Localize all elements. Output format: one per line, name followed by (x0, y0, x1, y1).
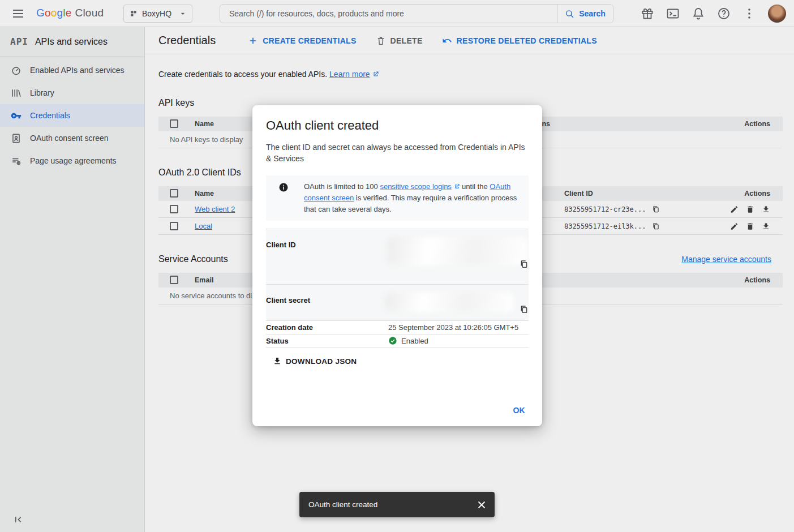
sensitive-scope-logins-link[interactable]: sensitive scope logins (380, 182, 451, 191)
copy-client-id-icon[interactable] (520, 260, 529, 269)
client-secret-label: Client secret (266, 296, 388, 320)
status-value: Enabled (401, 337, 428, 345)
client-secret-row: Client secret (266, 284, 529, 320)
ok-button[interactable]: OK (507, 401, 531, 419)
info-icon (278, 182, 289, 192)
dialog-detail-rows: Client ID Client secret Creation date 25… (266, 229, 529, 347)
redacted-client-id-value (387, 237, 527, 265)
redacted-client-secret-value (385, 293, 514, 312)
download-icon (273, 357, 282, 366)
creation-date-label: Creation date (266, 323, 388, 332)
status-enabled-check-icon (388, 336, 397, 345)
oauth-client-created-dialog: OAuth client created The client ID and s… (252, 105, 542, 426)
info-pre: OAuth is limited to 100 (304, 182, 380, 191)
info-text: OAuth is limited to 100 sensitive scope … (304, 181, 520, 215)
dialog-title: OAuth client created (266, 118, 529, 134)
status-label: Status (266, 337, 388, 345)
status-row: Status Enabled (266, 334, 529, 347)
snackbar-message: OAuth client created (308, 500, 377, 509)
dialog-description: The client ID and secret can always be a… (266, 141, 529, 164)
snackbar: OAuth client created (299, 492, 495, 517)
copy-client-secret-icon[interactable] (520, 305, 529, 314)
dialog-info-box: OAuth is limited to 100 sensitive scope … (266, 175, 529, 221)
download-json-button[interactable]: DOWNLOAD JSON (266, 354, 361, 368)
creation-date-value: 25 September 2023 at 10:26:05 GMT+5 (388, 323, 518, 332)
client-id-row: Client ID (266, 229, 529, 284)
client-id-label: Client ID (266, 241, 388, 284)
download-json-label: DOWNLOAD JSON (286, 357, 357, 366)
close-icon[interactable] (475, 499, 488, 511)
external-link-icon (454, 183, 460, 190)
creation-date-row: Creation date 25 September 2023 at 10:26… (266, 320, 529, 334)
info-mid: until the (460, 182, 490, 191)
